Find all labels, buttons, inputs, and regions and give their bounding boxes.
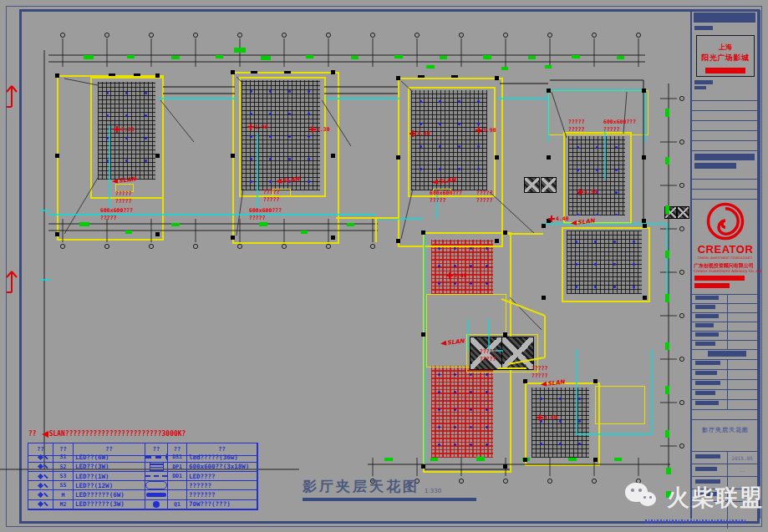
elevation-cross-icon bbox=[309, 126, 316, 133]
project-city: 上海 bbox=[719, 43, 732, 52]
redacted-text-bar bbox=[695, 381, 720, 385]
legend-desc: LED??????(3W) bbox=[74, 500, 145, 509]
ceiling-size-note: 600x600??? bbox=[430, 190, 462, 196]
downlight-symbol-icon bbox=[28, 453, 53, 462]
creator-logo-subtitle: CINEMA INVESTMENT CONSULTANCY bbox=[698, 256, 753, 260]
watermark-url-fineprint bbox=[645, 519, 747, 524]
legend-note-prefix: ?? bbox=[28, 430, 37, 438]
cad-sheet: SLAN SLAN SLAN SLAN SLAN SLAN ????? ????… bbox=[0, 0, 768, 532]
redacted-text-bar bbox=[694, 80, 713, 84]
title-block-date: 2015.05 bbox=[727, 455, 757, 461]
slan-arrow-icon bbox=[112, 179, 119, 185]
redacted-text-bar bbox=[695, 361, 720, 365]
legend-code bbox=[168, 490, 187, 499]
grille-panel-symbol-icon bbox=[145, 463, 168, 472]
creator-logo: CREATOR CINEMA INVESTMENT CONSULTANCY bbox=[692, 200, 759, 260]
redacted-text-bar bbox=[695, 467, 717, 471]
room-outline-4 bbox=[548, 90, 648, 135]
drawing-title: 影厅夹层天花图 1:330 bbox=[303, 477, 441, 496]
elevation-cross-icon bbox=[446, 272, 453, 279]
legend-code: S1 bbox=[53, 453, 74, 462]
elevation-cross-icon bbox=[247, 124, 254, 130]
legend-desc: LED??(1W) bbox=[74, 472, 145, 481]
elevation-marker: 4.30 bbox=[577, 189, 598, 195]
redacted-text-bar bbox=[695, 314, 719, 318]
slan-arrow-icon bbox=[432, 180, 439, 185]
watermark-name: 火柴联盟 bbox=[667, 483, 764, 513]
title-block-dash: -- bbox=[727, 468, 757, 474]
elevation-marker: 3.40 bbox=[446, 272, 467, 279]
downlight-symbol-icon bbox=[28, 500, 53, 509]
legend-code bbox=[168, 481, 187, 490]
ceiling-note: ????? bbox=[476, 190, 493, 196]
elevation-value: 4.40 bbox=[544, 414, 557, 421]
downlight-symbol-icon bbox=[28, 490, 53, 499]
hall-5-walls bbox=[562, 227, 650, 302]
slan-arrow-icon bbox=[541, 382, 547, 388]
legend-code: M2 bbox=[53, 500, 74, 509]
slan-arrow-icon bbox=[42, 431, 48, 438]
company-name-en: Creator Investment Advisory Co.,Ltd bbox=[694, 269, 762, 273]
elevation-value: 4.30 bbox=[584, 189, 598, 195]
elevator-core-2 bbox=[501, 337, 534, 370]
legend-code: S3 bbox=[53, 472, 74, 481]
led-strip-symbol-icon bbox=[145, 472, 168, 481]
hall-6-walls bbox=[525, 383, 600, 466]
drawing-title-underline bbox=[303, 498, 476, 501]
legend-desc: LED???? bbox=[187, 472, 257, 481]
legend-code: DS1 bbox=[168, 453, 187, 462]
elevation-cross-icon bbox=[476, 127, 482, 134]
legend-code: DD1 bbox=[168, 472, 187, 481]
shaft-2 bbox=[541, 177, 557, 193]
project-name: 阳光广场影城 bbox=[702, 53, 750, 63]
elevation-value: 3.30 bbox=[317, 126, 330, 133]
redacted-red-bar bbox=[694, 283, 730, 288]
downlight-symbol-icon bbox=[28, 463, 53, 472]
redacted-text-bar bbox=[694, 154, 755, 160]
legend-note-suffix: ????????????????????????3000K? bbox=[65, 430, 186, 438]
elevation-cross-icon bbox=[114, 126, 120, 133]
elevation-value: 3.30 bbox=[121, 126, 135, 133]
drawing-title-text: 影厅夹层天花图 bbox=[303, 477, 420, 496]
elevation-marker: 4.40 bbox=[537, 414, 557, 421]
ceiling-note: ????? bbox=[603, 126, 620, 133]
title-block: 上海 阳光广场影城 -- CREATOR CINEMA INVESTMENT C… bbox=[690, 10, 760, 519]
legend-code: DP1 bbox=[168, 463, 187, 472]
elevation-value: 4.40 bbox=[556, 215, 569, 222]
creator-spiral-icon bbox=[704, 200, 746, 242]
wechat-icon bbox=[625, 483, 662, 513]
ceiling-note: ????? bbox=[568, 126, 585, 133]
legend-desc: LED??(3W) bbox=[74, 463, 145, 472]
ceiling-note: ????? bbox=[568, 119, 585, 125]
ceiling-note: ????? bbox=[100, 215, 117, 221]
ceiling-note: ????? bbox=[263, 189, 280, 195]
legend-desc: 600x600??(3x18W) bbox=[187, 463, 257, 472]
elevation-cross-icon bbox=[409, 130, 416, 137]
redacted-text-bar bbox=[708, 351, 746, 357]
ceiling-size-note: 600x600??? bbox=[249, 207, 282, 214]
redacted-text-bar bbox=[695, 305, 715, 309]
shaft-4 bbox=[677, 206, 689, 219]
redacted-text-bar bbox=[695, 342, 715, 346]
redacted-text-bar bbox=[694, 163, 736, 169]
ceiling-note: ????? bbox=[480, 348, 496, 355]
elevation-value: 3.40 bbox=[417, 130, 430, 137]
legend-code: Q1 bbox=[168, 500, 187, 509]
redacted-text-bar bbox=[695, 401, 719, 405]
elevation-value: 1.90 bbox=[255, 124, 268, 130]
drawing-scale: 1:330 bbox=[425, 488, 441, 496]
elevation-value: 3.40 bbox=[454, 272, 467, 279]
ceiling-note: ????? bbox=[115, 198, 132, 205]
elevation-cross-icon bbox=[537, 414, 543, 421]
legend-code: S5 bbox=[53, 481, 74, 490]
ceiling-note: ????? bbox=[480, 356, 496, 362]
legend-desc: ??????? bbox=[187, 490, 257, 499]
round-light-symbol-icon bbox=[145, 500, 168, 509]
legend-desc: ?????? bbox=[187, 481, 257, 490]
ceiling-size-note: 600x600??? bbox=[100, 207, 133, 214]
redacted-text-bar bbox=[695, 371, 717, 375]
legend-table: ?? ?? ?? ?? ?? ?? S1 LED??(6W) DS1 led??… bbox=[28, 443, 258, 510]
legend-code: S2 bbox=[53, 463, 74, 472]
ceiling-note: ????? bbox=[249, 215, 266, 221]
slan-arrow-icon bbox=[571, 220, 577, 226]
